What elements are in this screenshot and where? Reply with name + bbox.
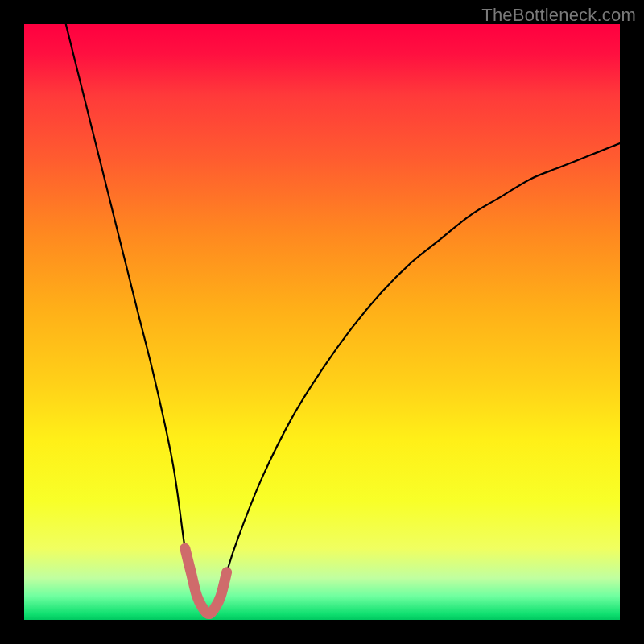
optimal-dip-highlight (185, 548, 227, 613)
bottleneck-curve (66, 24, 620, 614)
chart-area (24, 24, 620, 620)
curve-svg (24, 24, 620, 620)
watermark-text: TheBottleneck.com (481, 5, 636, 26)
